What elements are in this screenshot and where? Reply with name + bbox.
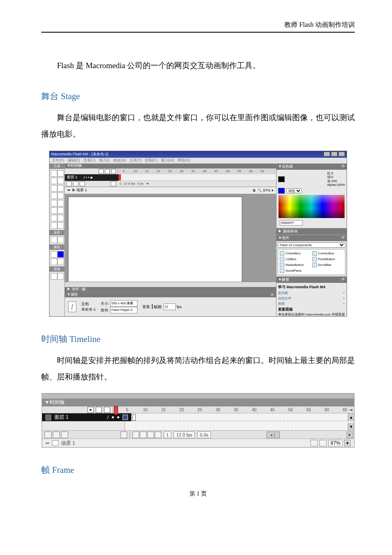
color-swatches[interactable] <box>50 250 64 266</box>
link-whatsnew[interactable]: 新功能▹ <box>278 291 345 295</box>
layer-add-buttons[interactable] <box>45 432 68 438</box>
page-header: 教师 Flash 动画制作培训 <box>41 21 355 33</box>
scene-name[interactable]: 场景 1 <box>61 440 75 447</box>
tick: 45 <box>210 169 222 173</box>
menu-edit[interactable]: 编辑(E) <box>68 158 80 163</box>
tool-buttons[interactable] <box>50 169 64 230</box>
swatches-panel[interactable]: ▶ 颜色样本 <box>276 228 347 235</box>
color-mixer-panel: ▼混色器⟳ 红:0绿:0蓝:255Alpha:100% 纯色 <box>276 164 347 228</box>
tick: 40 <box>199 169 210 173</box>
properties-label[interactable]: ▼属性 <box>67 292 78 297</box>
playhead[interactable] <box>114 406 118 415</box>
edit-scene-icon[interactable] <box>310 440 318 446</box>
publish-button[interactable] <box>110 307 137 313</box>
component-list[interactable]: CheckBox ComboBox ListBox PushButton Rad… <box>278 249 345 275</box>
answers-panel: ▼解答⟳ 学习 Macromedia Flash MX 新功能▹ 自述文件▹ 教… <box>276 277 347 317</box>
option-buttons[interactable] <box>50 272 64 281</box>
scroll-up-icon[interactable]: ▴ <box>348 413 354 421</box>
view-label: 查看 <box>50 230 64 235</box>
time-display: 0.0s <box>197 432 211 438</box>
layer-header-icons[interactable] <box>65 169 118 174</box>
actions-panel-header[interactable]: ▶ 动作 - 帧 <box>65 287 276 292</box>
components-label[interactable]: ▼组件 <box>278 235 289 241</box>
fps-input[interactable] <box>163 304 176 310</box>
back-icon[interactable]: ⬅ <box>45 440 50 446</box>
comp-checkbox[interactable]: CheckBox <box>280 251 311 256</box>
h-scrollbar[interactable] <box>65 282 276 287</box>
outline-box[interactable] <box>123 415 128 420</box>
size-button[interactable] <box>110 300 137 307</box>
scroll-left-icon[interactable]: ◂ │ <box>267 432 280 438</box>
comp-scrollpane[interactable]: ScrollPane <box>280 268 311 273</box>
lock-icon[interactable] <box>96 407 102 413</box>
scene-name[interactable]: ⬅ 🗎 场景 1 <box>67 187 87 193</box>
window-titlebar: Macromedia Flash MX - [未命名-1] <box>50 151 347 158</box>
view-buttons[interactable] <box>50 235 64 244</box>
menu-modify[interactable]: 修改(M) <box>113 158 126 163</box>
heading-stage-zh: 舞台 <box>41 91 59 101</box>
stage-canvas[interactable] <box>68 197 242 284</box>
frame-ruler[interactable]: 5 10 15 20 25 30 35 40 45 50 55 60 65 ⇥ <box>113 406 354 413</box>
zoom-value[interactable]: 87% <box>328 440 342 446</box>
scroll-down-icon[interactable]: ▾ <box>348 423 354 430</box>
frames-track[interactable]: ▴ <box>132 413 354 421</box>
hex-input[interactable] <box>280 220 303 225</box>
heading-stage-en: Stage <box>61 91 80 101</box>
menu-view[interactable]: 查看(V) <box>83 158 96 163</box>
comp-radiobutton[interactable]: RadioButton <box>280 263 311 267</box>
zoom-dropdown-icon[interactable]: ▾ <box>344 440 351 446</box>
layer-column-header[interactable] <box>42 406 113 413</box>
frames-area[interactable] <box>118 174 276 181</box>
tick: 40 <box>245 408 263 412</box>
stage-area[interactable] <box>65 194 276 287</box>
mixer-label[interactable]: ▼混色器 <box>278 164 293 169</box>
stroke-swatch[interactable] <box>278 176 285 182</box>
flash-mx-screenshot: Macromedia Flash MX - [未命名-1] 文件(F) 编辑(E… <box>49 151 347 317</box>
scroll-right-icon[interactable]: ▸ <box>347 432 353 438</box>
eye-icon[interactable] <box>87 407 94 413</box>
answers-label[interactable]: ▼解答 <box>278 277 289 282</box>
frame-ruler[interactable]: 5 10 15 20 25 30 35 40 45 50 55 60 <box>118 169 276 173</box>
layer-buttons[interactable] <box>65 181 118 186</box>
window-buttons[interactable] <box>323 152 345 157</box>
layer-name: 图层 1 <box>54 414 68 421</box>
timeline-panel: 5 10 15 20 25 30 35 40 45 50 55 60 <box>65 168 276 187</box>
scene-bar: ⬅ 场景 1 87% ▾ <box>42 439 354 447</box>
menu-bar[interactable]: 文件(F) 编辑(E) 查看(V) 插入(I) 修改(M) 文本(T) 控制(C… <box>50 158 347 164</box>
tick: 20 <box>172 408 191 412</box>
menu-help[interactable]: 帮助(H) <box>177 158 190 163</box>
color-spectrum[interactable] <box>279 195 345 218</box>
comp-scrollbar[interactable]: ScrollBar <box>312 263 344 267</box>
bg-swatch[interactable] <box>152 304 153 309</box>
layer-row[interactable]: 图层 1/ • • ■ <box>65 174 276 181</box>
link-tutorial[interactable]: 教程▹ <box>278 301 345 306</box>
menu-window[interactable]: 窗口(W) <box>161 158 175 163</box>
visible-dot[interactable] <box>112 416 114 418</box>
edit-symbol-icon[interactable] <box>319 440 327 446</box>
zoom-display[interactable]: 🗎 🔍 87% ▾ <box>253 188 274 192</box>
doc-icon: f <box>68 301 76 312</box>
ruler-end-icon[interactable]: ⇥ <box>349 408 352 412</box>
right-panels: ▼混色器⟳ 红:0绿:0蓝:255Alpha:100% 纯色 <box>276 164 347 316</box>
fill-type-select[interactable]: 纯色 <box>286 188 302 193</box>
comp-combobox[interactable]: ComboBox <box>312 251 344 256</box>
menu-file[interactable]: 文件(F) <box>52 158 64 163</box>
tick: 5 <box>118 408 136 412</box>
trash-icon[interactable] <box>120 432 127 438</box>
lock-dot[interactable] <box>117 416 119 418</box>
fill-swatch[interactable] <box>278 188 285 194</box>
layer-row[interactable]: 图层 1 / ▴ <box>42 413 354 421</box>
menu-insert[interactable]: 插入(I) <box>99 158 110 163</box>
outline-icon[interactable] <box>104 407 110 413</box>
timeline-header[interactable]: ▼时间轴 <box>65 164 276 168</box>
comp-listbox[interactable]: ListBox <box>280 257 311 261</box>
panel-grip[interactable] <box>42 394 354 398</box>
timeline-title[interactable]: ▼时间轴 <box>42 399 354 406</box>
tick: 10 <box>130 169 141 173</box>
menu-text[interactable]: 文本(T) <box>130 158 142 163</box>
onion-skin-buttons[interactable] <box>132 432 161 438</box>
comp-pushbutton[interactable]: PushButton <box>312 257 344 261</box>
menu-control[interactable]: 控制(C) <box>145 158 158 163</box>
component-set-select[interactable]: Flash UI Components <box>278 242 345 248</box>
link-readme[interactable]: 自述文件▹ <box>278 296 345 301</box>
